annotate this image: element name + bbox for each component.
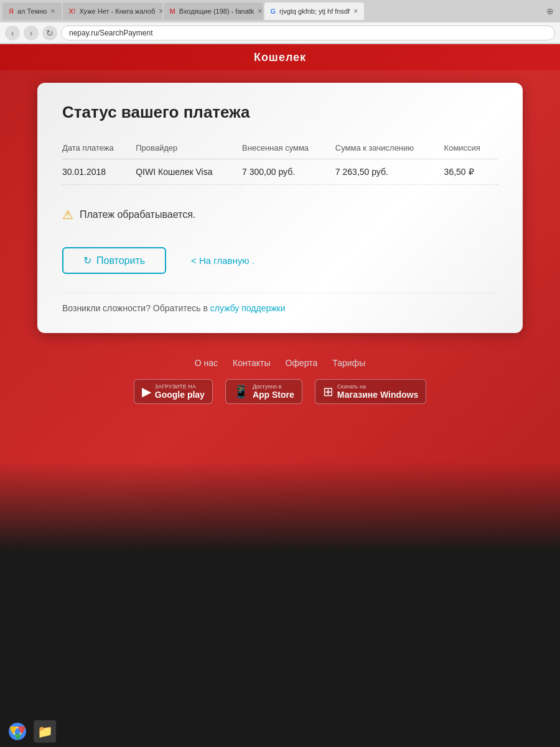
qiwi-header-title: Кошелек [254,51,306,64]
col-amount: Внесенная сумма [242,139,335,159]
table-row: 30.01.2018 QIWI Кошелек Visa 7 300,00 ру… [62,159,498,185]
col-credited: Сумма к зачислению [335,139,444,159]
col-date: Дата платежа [62,139,136,159]
footer-link-offer[interactable]: Оферта [286,358,318,368]
row-commission: 36,50 ₽ [444,159,498,185]
main-content: Статус вашего платежа Дата платежа Прова… [0,70,560,345]
google-play-small: ЗАГРУЗИТЕ НА [155,383,205,390]
support-link[interactable]: службу поддержки [210,303,286,313]
footer-link-contacts[interactable]: Контакты [233,358,270,368]
google-play-large: Google play [155,390,205,400]
tab-3[interactable]: M Входящие (198) - fanatk × [164,2,263,20]
app-store-badge[interactable]: 📱 Доступно в App Store [225,379,302,404]
status-message: ⚠ Платеж обрабатывается. [62,197,498,232]
app-store-text: Доступно в App Store [253,383,294,400]
tab-1-close[interactable]: × [50,7,55,16]
row-provider: QIWI Кошелек Visa [136,159,242,185]
app-store-icon: 📱 [233,384,249,399]
tab-4-close[interactable]: × [353,7,358,16]
app-store-small: Доступно в [253,383,294,390]
payment-card: Статус вашего платежа Дата платежа Прова… [37,83,523,333]
tab-3-label: Входящие (198) - fanatk [179,7,254,15]
tab-4-icon: G [271,7,276,15]
warning-icon: ⚠ [62,207,73,222]
refresh-button[interactable]: ↻ [42,26,57,40]
windows-store-small: Скачать на [337,383,418,390]
tab-2-close[interactable]: × [159,7,162,16]
repeat-button[interactable]: ↻ Повторить [62,247,166,274]
windows-store-text: Скачать на Магазине Windows [337,383,418,400]
tab-2[interactable]: X! Хуже Нет - Книга жалоб × [63,2,162,20]
tab-3-close[interactable]: × [258,7,262,16]
google-play-icon: ▶ [142,384,151,399]
repeat-label: Повторить [96,255,145,266]
app-store-large: App Store [253,390,294,400]
address-bar[interactable]: nepay.ru/SearchPayment [61,26,555,40]
browser-window: Я ал Темно × X! Хуже Нет - Книга жалоб ×… [0,0,560,611]
support-text: Возникли сложности? Обратитесь в службу … [62,303,498,313]
tab-1[interactable]: Я ал Темно × [2,2,62,20]
watermark: ARL LEORBIY [441,546,523,561]
browser-chrome: Я ал Темно × X! Хуже Нет - Книга жалоб ×… [0,0,560,44]
page-area: Кошелек Статус вашего платежа Дата плате… [0,44,560,611]
footer-links: О нас Контакты Оферта Тарифы [0,345,560,374]
back-button[interactable]: ‹ [5,26,20,40]
tab-1-label: ал Темно [17,7,47,15]
support-prefix: Возникли сложности? Обратитесь в [62,303,210,313]
buttons-row: ↻ Повторить < На главную . [62,247,498,274]
qiwi-header: Кошелек [0,44,560,70]
tab-2-label: Хуже Нет - Книга жалоб [80,7,156,15]
col-provider: Провайдер [136,139,242,159]
windows-store-large: Магазине Windows [337,390,418,400]
row-date: 30.01.2018 [62,159,136,185]
app-badges: ▶ ЗАГРУЗИТЕ НА Google play 📱 Доступно в … [0,374,560,409]
footer-link-about[interactable]: О нас [195,358,218,368]
new-tab-button[interactable]: ⊕ [543,4,558,19]
repeat-icon: ↻ [83,255,91,266]
address-text: nepay.ru/SearchPayment [69,29,153,37]
col-commission: Комиссия [444,139,498,159]
row-amount: 7 300,00 руб. [242,159,335,185]
files-taskbar-icon[interactable]: 📁 [34,720,56,743]
tab-4-label: rjvgtq gkfnb; ytj hf fnsdf [279,7,350,15]
tab-3-icon: M [170,7,175,15]
dark-bottom [0,461,560,611]
home-link[interactable]: < На главную . [191,255,254,266]
tab-4[interactable]: G rjvgtq gkfnb; ytj hf fnsdf × [264,2,364,20]
google-play-text: ЗАГРУЗИТЕ НА Google play [155,383,205,400]
nav-bar: ‹ › ↻ nepay.ru/SearchPayment [0,22,560,44]
tab-bar: Я ал Темно × X! Хуже Нет - Книга жалоб ×… [0,0,560,22]
chrome-taskbar-icon[interactable] [6,720,29,743]
taskbar: 📁 [0,716,560,747]
windows-store-badge[interactable]: ⊞ Скачать на Магазине Windows [315,379,426,404]
footer-link-tariffs[interactable]: Тарифы [332,358,365,368]
row-credited: 7 263,50 руб. [335,159,444,185]
google-play-badge[interactable]: ▶ ЗАГРУЗИТЕ НА Google play [134,379,213,404]
payment-table: Дата платежа Провайдер Внесенная сумма С… [62,139,498,185]
windows-store-icon: ⊞ [323,384,334,399]
tab-1-icon: Я [9,7,14,15]
status-text: Платеж обрабатывается. [80,209,195,220]
forward-button[interactable]: › [24,26,39,40]
tab-2-icon: X! [69,7,76,15]
card-title: Статус вашего платежа [62,103,498,122]
